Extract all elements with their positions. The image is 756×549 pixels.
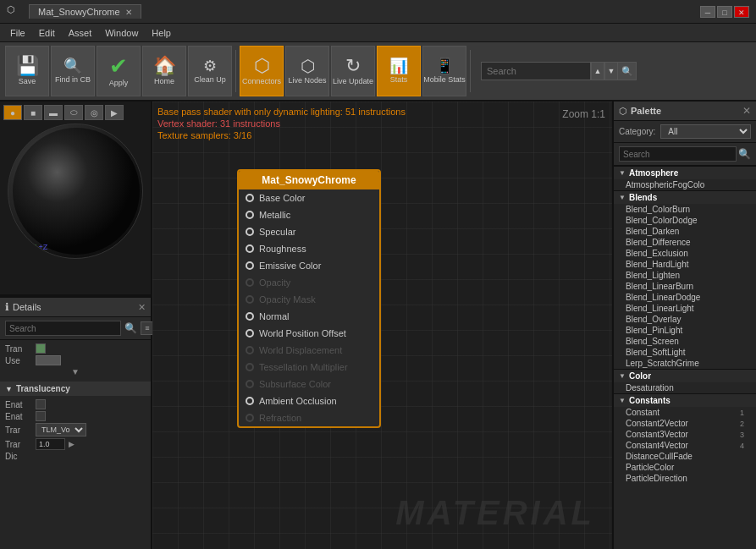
stats-button[interactable]: 📊 Stats — [377, 46, 421, 96]
palette-item-3-6[interactable]: ParticleDirection — [614, 473, 756, 484]
apply-button[interactable]: ✔ Apply — [97, 46, 141, 96]
minimize-button[interactable]: ─ — [700, 6, 715, 18]
palette-item-1-14[interactable]: Lerp_ScratchGrime — [614, 358, 756, 369]
find-in-cb-button[interactable]: 🔍 Find in CB — [51, 46, 95, 96]
cleanup-button[interactable]: ⚙ Clean Up — [188, 46, 232, 96]
palette-item-3-0[interactable]: Constant1 — [614, 407, 756, 418]
prop-enat1-checkbox[interactable] — [36, 399, 46, 409]
toolbar-search: ▲ ▼ 🔍 — [481, 62, 637, 80]
palette-item-1-11[interactable]: Blend_PinLight — [614, 325, 756, 336]
search-button[interactable]: 🔍 — [618, 62, 637, 80]
palette-item-label-3-1: Constant2Vector — [626, 419, 688, 428]
connectors-icon: ⬡ — [254, 57, 270, 75]
palette-close-button[interactable]: ✕ — [742, 105, 751, 117]
prop-enat1-row: Enat — [5, 399, 146, 409]
pin-label-11: Subsurface Color — [259, 379, 331, 389]
preview-sphere-svg — [8, 124, 142, 259]
palette-section-1[interactable]: Blends — [614, 190, 756, 204]
live-update-button[interactable]: ↻ Live Update — [331, 46, 375, 96]
palette-item-1-1[interactable]: Blend_ColorDodge — [614, 215, 756, 226]
palette-item-3-4[interactable]: DistanceCullFade — [614, 451, 756, 462]
prop-trar2-label: Trar — [5, 440, 32, 449]
palette-item-1-5[interactable]: Blend_HardLight — [614, 259, 756, 270]
details-expand-btn[interactable]: ▼ — [5, 367, 146, 376]
mobile-stats-button[interactable]: 📱 Mobile Stats — [422, 46, 466, 96]
palette-search-input[interactable] — [619, 146, 737, 162]
palette-item-1-12[interactable]: Blend_Screen — [614, 336, 756, 347]
details-search-input[interactable] — [5, 321, 121, 336]
details-content: Tran Use ▼ — [0, 340, 151, 380]
material-node[interactable]: Mat_SnowyChrome Base ColorMetallicSpecul… — [237, 169, 381, 428]
palette-item-2-0[interactable]: Desaturation — [614, 382, 756, 393]
pin-label-9: World Displacement — [259, 345, 342, 355]
palette-section-2[interactable]: Color — [614, 369, 756, 382]
palette-item-1-3[interactable]: Blend_Difference — [614, 237, 756, 248]
preview-teapot-btn[interactable]: ◎ — [85, 105, 103, 120]
palette-list: AtmosphereAtmosphericFogColoBlendsBlend_… — [614, 166, 756, 549]
menu-window[interactable]: Window — [98, 26, 145, 40]
zoom-label: Zoom 1:1 — [562, 108, 605, 120]
section-translucency-header[interactable]: ▼ Translucency — [0, 382, 151, 396]
palette-item-1-4[interactable]: Blend_Exclusion — [614, 248, 756, 259]
pin-circle-2 — [246, 228, 254, 236]
palette-item-1-10[interactable]: Blend_Overlay — [614, 314, 756, 325]
prop-trar2-input[interactable] — [36, 438, 65, 450]
save-button[interactable]: 💾 Save — [5, 46, 49, 96]
palette-item-label-1-14: Lerp_ScratchGrime — [626, 359, 699, 368]
connectors-button[interactable]: ⬡ Connectors — [240, 46, 284, 96]
palette-item-1-2[interactable]: Blend_Darken — [614, 226, 756, 237]
menu-help[interactable]: Help — [145, 26, 178, 40]
preview-canvas: +X +Y +Z — [8, 124, 143, 259]
palette-item-1-7[interactable]: Blend_LinearBurn — [614, 281, 756, 292]
prop-trar2-arrow[interactable]: ▶ — [69, 440, 74, 448]
pin-circle-12 — [246, 397, 254, 405]
prop-enat2-checkbox[interactable] — [36, 411, 46, 421]
palette-section-3[interactable]: Constants — [614, 393, 756, 407]
palette-item-3-2[interactable]: Constant3Vector3 — [614, 429, 756, 440]
palette-section-0[interactable]: Atmosphere — [614, 166, 756, 179]
pin-label-10: Tessellation Multiplier — [259, 362, 348, 372]
close-window-button[interactable]: ✕ — [734, 6, 749, 18]
palette-icon: ⬡ — [619, 106, 627, 117]
palette-item-1-8[interactable]: Blend_LinearDodge — [614, 292, 756, 303]
pin-label-6: Opacity Mask — [259, 294, 316, 305]
tab-close[interactable]: ✕ — [125, 8, 132, 17]
prop-trar1-dropdown[interactable]: TLM_Volun — [36, 423, 86, 436]
prop-enat2-label: Enat — [5, 412, 32, 421]
home-button[interactable]: 🏠 Home — [142, 46, 186, 96]
search-nav-down[interactable]: ▼ — [604, 62, 618, 80]
palette-item-label-1-6: Blend_Lighten — [626, 271, 680, 280]
palette-category-select[interactable]: All — [660, 124, 751, 139]
preview-box-btn[interactable]: ■ — [24, 105, 42, 120]
palette-item-1-9[interactable]: Blend_LinearLight — [614, 303, 756, 314]
pin-label-13: Refraction — [259, 413, 301, 423]
search-input[interactable] — [481, 62, 591, 80]
search-nav-up[interactable]: ▲ — [591, 62, 604, 80]
menu-file[interactable]: File — [3, 26, 32, 40]
canvas-grid — [152, 102, 612, 549]
palette-item-count-3-0: 1 — [740, 409, 744, 417]
preview-area: ● ■ ▬ ⬭ ◎ ▶ — [0, 102, 151, 296]
preview-sphere-btn[interactable]: ● — [3, 105, 22, 120]
palette-item-3-1[interactable]: Constant2Vector2 — [614, 418, 756, 429]
material-tab[interactable]: Mat_SnowyChrome ✕ — [29, 4, 141, 19]
palette-item-1-13[interactable]: Blend_SoftLight — [614, 347, 756, 358]
details-close-button[interactable]: ✕ — [138, 302, 146, 313]
menu-asset[interactable]: Asset — [62, 26, 99, 40]
detail-use-color[interactable] — [36, 355, 61, 365]
details-title: Details — [13, 302, 138, 312]
palette-item-3-3[interactable]: Constant4Vector4 — [614, 440, 756, 451]
preview-arrow-btn[interactable]: ▶ — [105, 105, 124, 120]
detail-tran-checkbox[interactable] — [36, 343, 46, 354]
live-nodes-button[interactable]: ⬡ Live Nodes — [285, 46, 329, 96]
palette-item-1-6[interactable]: Blend_Lighten — [614, 270, 756, 281]
palette-item-1-0[interactable]: Blend_ColorBurn — [614, 204, 756, 215]
palette-item-0-0[interactable]: AtmosphericFogColo — [614, 179, 756, 190]
preview-plane-btn[interactable]: ▬ — [44, 105, 63, 120]
preview-cylinder-btn[interactable]: ⬭ — [64, 105, 83, 120]
palette-item-3-5[interactable]: ParticleColor — [614, 462, 756, 473]
maximize-button[interactable]: □ — [717, 6, 732, 18]
home-label: Home — [154, 77, 174, 85]
center-canvas[interactable]: Base pass shader with only dynamic light… — [152, 102, 612, 549]
menu-edit[interactable]: Edit — [32, 26, 62, 40]
